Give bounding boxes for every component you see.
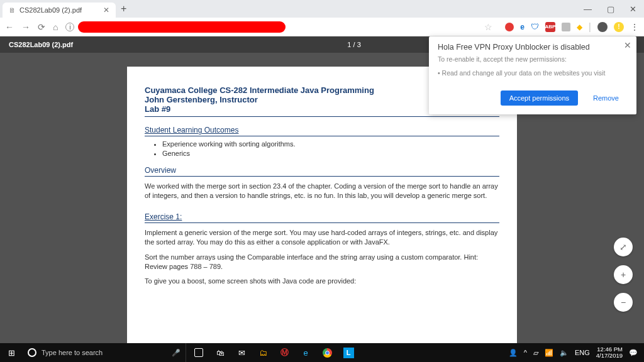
slo-item: Experience working with sorting algorith… — [162, 140, 499, 148]
window-controls: — ▢ ✕ — [584, 4, 644, 14]
store-icon[interactable]: 🛍 — [214, 346, 226, 359]
exercise1-heading: Exercise 1: — [145, 212, 499, 223]
clock[interactable]: 12:46 PM 4/17/2019 — [596, 346, 623, 359]
pdf-controls: ⤢ + − — [614, 238, 633, 312]
system-tray: 👤 ^ ▱ 📶 🔈 ENG 12:46 PM 4/17/2019 💬 — [509, 346, 644, 359]
extension-icon-gray[interactable] — [562, 23, 570, 31]
popup-title: Hola Free VPN Proxy Unblocker is disable… — [438, 43, 628, 52]
home-button[interactable]: ⌂ — [53, 22, 58, 32]
people-icon[interactable]: 👤 — [509, 349, 518, 357]
overview-body: We worked with the merge sort in section… — [145, 182, 499, 201]
extension-icon-e[interactable]: e — [520, 23, 525, 31]
toolbar: ← → ⟳ ⌂ i ☆ e 🛡 ABP ◆ | ! ⋮ — [0, 18, 644, 36]
mic-icon[interactable]: 🎤 — [172, 349, 180, 357]
bookmark-star-icon[interactable]: ☆ — [484, 22, 492, 32]
battery-icon[interactable]: ▱ — [533, 349, 538, 357]
address-bar[interactable]: i ☆ — [65, 21, 492, 33]
mail-icon[interactable]: ✉ — [235, 346, 248, 359]
slo-heading: Student Learning Outcomes — [145, 126, 499, 136]
exercise1-p2: Sort the number arrays using the Compara… — [145, 253, 499, 272]
fit-page-button[interactable]: ⤢ — [614, 238, 633, 256]
exercise1-p3: To give you a boost, some screen shots w… — [145, 277, 499, 286]
windows-taskbar: ⊞ Type here to search 🎤 🛍 ✉ 🗂 Ⓜ e L 👤 ^ … — [0, 343, 644, 362]
cortana-circle-icon — [28, 348, 36, 357]
taskbar-search[interactable]: Type here to search 🎤 — [23, 343, 186, 362]
minimize-button[interactable]: — — [584, 4, 592, 14]
mcafee-icon[interactable]: Ⓜ — [278, 346, 291, 359]
taskbar-pinned: 🛍 ✉ 🗂 Ⓜ e L — [186, 346, 355, 359]
start-button[interactable]: ⊞ — [0, 348, 23, 358]
app-l-icon[interactable]: L — [342, 346, 355, 359]
close-window-button[interactable]: ✕ — [630, 4, 636, 14]
close-tab-icon[interactable]: ✕ — [97, 6, 109, 14]
slo-item: Generics — [162, 150, 499, 157]
extension-icon-abp[interactable]: ABP — [545, 22, 555, 32]
pdf-filename: CS282Lab09 (2).pdf — [9, 41, 73, 48]
separator: | — [589, 21, 591, 33]
accept-permissions-button[interactable]: Accept permissions — [501, 90, 578, 106]
browser-menu-icon[interactable]: ⋮ — [630, 22, 639, 32]
zoom-in-button[interactable]: + — [614, 265, 633, 284]
extension-icon-red[interactable] — [505, 23, 514, 31]
clock-date: 4/17/2019 — [596, 353, 623, 359]
search-placeholder: Type here to search — [42, 349, 103, 356]
task-view-icon[interactable] — [192, 346, 205, 359]
profile-avatar-icon[interactable] — [597, 22, 608, 32]
browser-tab[interactable]: 🗎 CS282Lab09 (2).pdf ✕ — [3, 3, 116, 18]
popup-close-icon[interactable]: ✕ — [624, 40, 631, 50]
redacted-url — [78, 21, 286, 33]
forward-button[interactable]: → — [21, 22, 30, 32]
site-info-icon[interactable]: i — [65, 23, 74, 31]
extension-icons: e 🛡 ABP ◆ | ! ⋮ — [500, 21, 639, 33]
volume-icon[interactable]: 🔈 — [560, 349, 569, 357]
remove-extension-button[interactable]: Remove — [584, 90, 628, 106]
browser-tab-bar: 🗎 CS282Lab09 (2).pdf ✕ + — ▢ ✕ — [0, 0, 644, 18]
wifi-icon[interactable]: 📶 — [545, 349, 553, 357]
extension-icon-alert[interactable]: ! — [614, 22, 624, 32]
zoom-out-button[interactable]: − — [614, 293, 633, 312]
overview-heading: Overview — [145, 166, 499, 177]
extension-icon-shield[interactable]: 🛡 — [531, 22, 539, 31]
file-explorer-icon[interactable]: 🗂 — [257, 346, 269, 359]
popup-permission: • Read and change all your data on the w… — [438, 69, 628, 77]
extension-popup: ✕ Hola Free VPN Proxy Unblocker is disab… — [429, 36, 636, 114]
popup-subtitle: To re-enable it, accept the new permissi… — [438, 55, 628, 63]
tray-chevron-icon[interactable]: ^ — [524, 349, 527, 356]
back-button[interactable]: ← — [5, 22, 14, 32]
edge-icon[interactable]: e — [299, 346, 312, 359]
extension-icon-drive[interactable]: ◆ — [577, 23, 582, 31]
tab-title: CS282Lab09 (2).pdf — [19, 6, 82, 14]
file-icon: 🗎 — [9, 6, 16, 14]
maximize-button[interactable]: ▢ — [607, 4, 614, 14]
reload-button[interactable]: ⟳ — [38, 22, 45, 32]
notifications-icon[interactable]: 💬 — [629, 349, 638, 357]
language-indicator[interactable]: ENG — [575, 349, 590, 356]
new-tab-button[interactable]: + — [121, 3, 126, 14]
chrome-icon[interactable] — [321, 346, 333, 359]
exercise1-p1: Implement a generic version of the merge… — [145, 228, 499, 248]
